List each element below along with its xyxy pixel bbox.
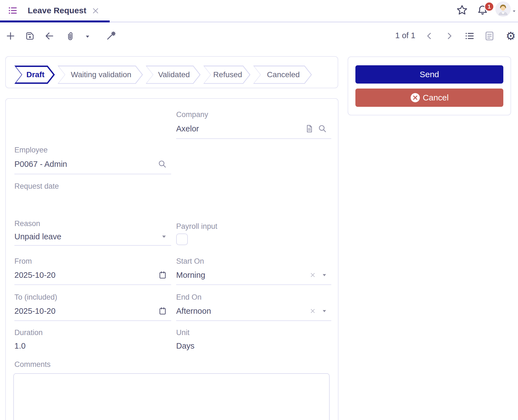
status-pill-waiting-validation[interactable]: Waiting validation <box>58 66 143 84</box>
comments-label: Comments <box>14 359 171 369</box>
request-date-label: Request date <box>14 181 171 191</box>
company-input[interactable]: Axelor <box>176 119 331 139</box>
reason-select[interactable]: Unpaid leave <box>14 228 171 246</box>
reason-field: Reason Unpaid leave <box>14 219 171 246</box>
star-icon <box>456 4 468 16</box>
list-view-icon <box>464 30 475 42</box>
save-icon <box>25 31 35 41</box>
dropdown-caret-icon[interactable] <box>321 308 327 314</box>
employee-value: P0067 - Admin <box>14 160 157 169</box>
from-label: From <box>14 256 171 266</box>
from-date-input[interactable]: 2025-10-20 <box>14 266 171 285</box>
send-button-label: Send <box>420 70 439 79</box>
employee-label: Employee <box>14 145 171 154</box>
nav-menu-button[interactable] <box>7 4 19 17</box>
chevron-down-icon <box>512 9 516 13</box>
duration-field: Duration 1.0 <box>14 328 171 355</box>
form-view-icon <box>484 30 495 42</box>
dropdown-caret-icon[interactable] <box>161 233 167 240</box>
page-title[interactable]: Leave Request <box>28 4 86 17</box>
paperclip-icon <box>65 30 75 42</box>
payroll-input-field: Payroll input <box>176 221 331 245</box>
from-value: 2025-10-20 <box>14 271 158 280</box>
arrow-left-icon <box>44 30 55 42</box>
back-button[interactable] <box>43 30 55 42</box>
tab-bar: Leave Request 1 <box>0 0 518 23</box>
prev-record-button[interactable] <box>423 30 435 42</box>
employee-field: Employee P0067 - Admin <box>14 145 171 174</box>
comments-field-label-wrap: Comments <box>14 359 171 369</box>
unit-label: Unit <box>176 328 331 337</box>
calendar-icon[interactable] <box>158 270 167 280</box>
clear-icon[interactable] <box>309 271 316 279</box>
magic-wand-icon <box>106 30 117 41</box>
to-date-input[interactable]: 2025-10-20 <box>14 302 171 321</box>
start-on-field: Start On Morning <box>176 256 331 285</box>
notification-badge: 1 <box>484 2 494 12</box>
favorite-button[interactable] <box>455 3 469 17</box>
from-field: From 2025-10-20 <box>14 256 171 285</box>
company-label: Company <box>176 110 331 119</box>
request-date-value <box>14 191 171 207</box>
request-date-field: Request date <box>14 181 171 207</box>
plus-icon <box>5 31 16 41</box>
settings-button[interactable]: ⚙ <box>504 29 517 43</box>
end-on-value: Afternoon <box>176 307 309 316</box>
duration-label: Duration <box>14 328 171 337</box>
end-on-select[interactable]: Afternoon <box>176 302 331 321</box>
next-record-button[interactable] <box>443 30 455 42</box>
chevron-right-icon <box>444 31 454 41</box>
active-tab-underline <box>0 20 110 22</box>
attachment-button[interactable] <box>64 30 76 42</box>
grid-view-button[interactable] <box>463 30 476 42</box>
comments-textarea[interactable] <box>13 373 330 420</box>
status-pill-validated[interactable]: Validated <box>146 66 201 84</box>
form-view-button[interactable] <box>483 30 496 42</box>
unit-value-row: Days <box>176 337 331 355</box>
payroll-input-checkbox[interactable] <box>176 234 188 245</box>
list-menu-icon <box>7 5 18 16</box>
payroll-input-label: Payroll input <box>176 221 331 231</box>
search-icon[interactable] <box>317 124 327 134</box>
dropdown-caret-icon[interactable] <box>321 272 327 278</box>
cancel-button[interactable]: Cancel <box>355 89 503 107</box>
avatar-icon <box>495 1 511 17</box>
gear-icon: ⚙ <box>506 30 516 42</box>
end-on-field: End On Afternoon <box>176 292 331 321</box>
cancel-button-label: Cancel <box>423 93 448 102</box>
to-label: To (included) <box>14 292 171 302</box>
reason-label: Reason <box>14 219 171 228</box>
close-tab-button[interactable] <box>90 6 101 16</box>
search-icon[interactable] <box>157 159 167 169</box>
duration-value-row: 1.0 <box>14 337 171 355</box>
unit-field: Unit Days <box>176 328 331 355</box>
reason-value: Unpaid leave <box>14 232 161 241</box>
record-pager: 1 of 1 <box>390 29 420 42</box>
attachment-menu-caret[interactable] <box>84 33 91 40</box>
leave-request-page: Leave Request 1 <box>0 0 518 420</box>
to-field: To (included) 2025-10-20 <box>14 292 171 321</box>
status-pill-canceled[interactable]: Canceled <box>253 66 312 84</box>
company-value: Axelor <box>176 124 305 133</box>
actions-wand-button[interactable] <box>105 29 117 42</box>
start-on-select[interactable]: Morning <box>176 266 331 285</box>
chevron-left-icon <box>424 31 434 41</box>
clear-icon[interactable] <box>309 307 316 315</box>
new-record-button[interactable] <box>4 30 17 42</box>
unit-value: Days <box>176 341 331 351</box>
start-on-value: Morning <box>176 271 309 280</box>
company-field: Company Axelor <box>176 110 331 139</box>
to-value: 2025-10-20 <box>14 307 158 316</box>
save-button[interactable] <box>24 30 36 42</box>
calendar-icon[interactable] <box>158 306 167 316</box>
chevron-down-icon <box>84 33 91 40</box>
user-avatar[interactable] <box>495 1 511 17</box>
end-on-label: End On <box>176 292 331 302</box>
close-icon <box>91 6 100 15</box>
avatar-menu-caret[interactable] <box>511 8 517 14</box>
send-button[interactable]: Send <box>355 65 503 84</box>
duration-value: 1.0 <box>14 341 171 351</box>
open-record-icon[interactable] <box>305 124 314 133</box>
employee-input[interactable]: P0067 - Admin <box>14 154 171 174</box>
cancel-circle-icon <box>410 92 420 103</box>
